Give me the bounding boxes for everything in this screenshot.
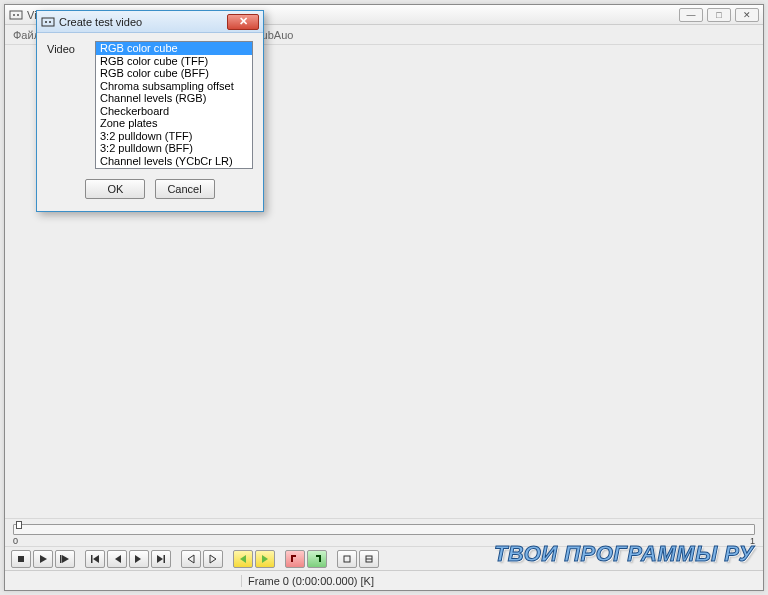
create-test-video-dialog: Create test video ✕ Video RGB color cube… <box>36 10 264 212</box>
list-item[interactable]: 3:2 pulldown (BFF) <box>96 142 252 155</box>
svg-marker-9 <box>115 555 121 563</box>
svg-rect-17 <box>344 556 350 562</box>
svg-marker-15 <box>240 555 246 563</box>
extra1-button[interactable] <box>337 550 357 568</box>
key-next-button[interactable] <box>203 550 223 568</box>
video-label: Video <box>47 41 95 55</box>
svg-marker-8 <box>93 555 99 563</box>
list-item[interactable]: Chroma subsampling offset <box>96 80 252 93</box>
svg-marker-10 <box>135 555 141 563</box>
dialog-title-text: Create test video <box>59 16 227 28</box>
play-input-button[interactable] <box>33 550 53 568</box>
svg-rect-0 <box>10 11 22 19</box>
timeline-track[interactable] <box>13 524 755 535</box>
ok-button[interactable]: OK <box>85 179 145 199</box>
mark-in-button[interactable] <box>285 550 305 568</box>
dialog-icon <box>41 15 55 29</box>
status-frame-text: Frame 0 (0:00:00.000) [K] <box>241 575 374 587</box>
timeline-start: 0 <box>13 536 18 546</box>
svg-rect-3 <box>18 556 24 562</box>
dialog-close-button[interactable]: ✕ <box>227 14 259 30</box>
svg-marker-14 <box>210 555 216 563</box>
svg-marker-5 <box>62 555 69 563</box>
video-listbox[interactable]: RGB color cube RGB color cube (TFF) RGB … <box>95 41 253 169</box>
status-bar: Frame 0 (0:00:00.000) [K] <box>5 570 763 590</box>
list-item[interactable]: Channel levels (YCbCr LR) <box>96 155 252 168</box>
svg-marker-11 <box>157 555 163 563</box>
cancel-button[interactable]: Cancel <box>155 179 215 199</box>
svg-rect-6 <box>60 555 62 563</box>
maximize-button[interactable]: □ <box>707 8 731 22</box>
svg-point-21 <box>45 21 47 23</box>
svg-point-2 <box>17 14 19 16</box>
svg-rect-20 <box>42 18 54 26</box>
stop-button[interactable] <box>11 550 31 568</box>
play-output-button[interactable] <box>55 550 75 568</box>
svg-rect-12 <box>164 555 166 563</box>
list-item[interactable]: 3:2 pulldown (TFF) <box>96 130 252 143</box>
close-button[interactable]: ✕ <box>735 8 759 22</box>
svg-point-22 <box>49 21 51 23</box>
list-item[interactable]: Checkerboard <box>96 105 252 118</box>
seek-end-button[interactable] <box>151 550 171 568</box>
scene-rev-button[interactable] <box>233 550 253 568</box>
svg-marker-16 <box>262 555 268 563</box>
list-item[interactable]: RGB color cube (BFF) <box>96 67 252 80</box>
svg-marker-4 <box>40 555 47 563</box>
extra2-button[interactable] <box>359 550 379 568</box>
minimize-button[interactable]: — <box>679 8 703 22</box>
mark-out-button[interactable] <box>307 550 327 568</box>
timeline: 0 1 <box>5 518 763 546</box>
list-item[interactable]: RGB color cube (TFF) <box>96 55 252 68</box>
step-back-button[interactable] <box>107 550 127 568</box>
timeline-cursor[interactable] <box>16 521 22 529</box>
list-item[interactable]: Channel levels (YCbCr FR) <box>96 167 252 169</box>
step-fwd-button[interactable] <box>129 550 149 568</box>
key-prev-button[interactable] <box>181 550 201 568</box>
list-item[interactable]: RGB color cube <box>96 42 252 55</box>
svg-rect-7 <box>91 555 93 563</box>
scene-fwd-button[interactable] <box>255 550 275 568</box>
svg-point-1 <box>13 14 15 16</box>
seek-start-button[interactable] <box>85 550 105 568</box>
list-item[interactable]: Channel levels (RGB) <box>96 92 252 105</box>
app-icon <box>9 8 23 22</box>
timeline-end: 1 <box>750 536 755 546</box>
dialog-titlebar: Create test video ✕ <box>37 11 263 33</box>
list-item[interactable]: Zone plates <box>96 117 252 130</box>
transport-controls <box>5 546 763 570</box>
svg-marker-13 <box>188 555 194 563</box>
